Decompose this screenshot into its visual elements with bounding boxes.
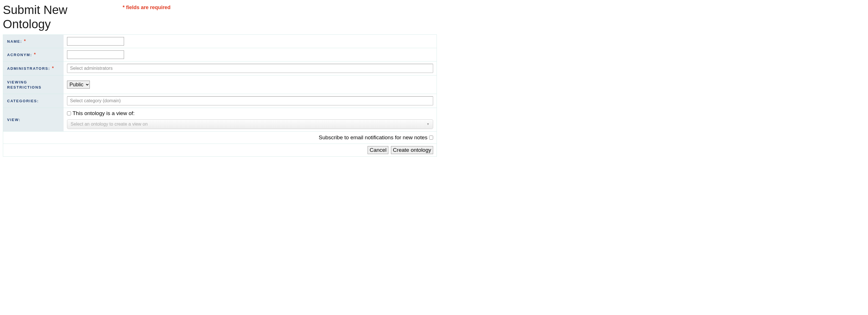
view-label: VIEW: (7, 118, 21, 122)
administrators-row: ADMINISTRATORS: * Select administrators (3, 61, 437, 75)
view-ontology-placeholder: Select an ontology to create a view on (71, 121, 148, 127)
name-label: NAME: (7, 39, 22, 43)
subscribe-checkbox[interactable] (429, 136, 433, 140)
view-ontology-select[interactable]: Select an ontology to create a view on ▼ (67, 119, 433, 129)
viewing-restrictions-row: VIEWING RESTRICTIONS Public (3, 75, 437, 94)
subscribe-label: Subscribe to email notifications for new… (319, 134, 428, 141)
required-fields-note: * fields are required (123, 5, 170, 10)
acronym-row: ACRONYM: * (3, 48, 437, 61)
name-row: NAME: * (3, 34, 437, 48)
administrators-label: ADMINISTRATORS: (7, 66, 50, 71)
button-row: Cancel Create ontology (3, 144, 437, 156)
ontology-form-table: NAME: * ACRONYM: * ADMINISTRATORS: * Sel… (3, 34, 437, 156)
cancel-button[interactable]: Cancel (368, 146, 389, 154)
create-ontology-button[interactable]: Create ontology (391, 146, 433, 154)
categories-label: CATEGORIES: (7, 99, 39, 103)
chevron-down-icon: ▼ (427, 123, 429, 126)
viewing-restrictions-label: VIEWING RESTRICTIONS (7, 80, 42, 90)
page-title: Submit New Ontology (3, 3, 117, 32)
categories-select[interactable]: Select category (domain) (67, 96, 433, 105)
view-checkbox-label: This ontology is a view of: (73, 110, 135, 116)
viewing-restrictions-select[interactable]: Public (67, 81, 90, 89)
view-checkbox[interactable] (67, 111, 71, 115)
required-asterisk-icon: * (34, 52, 36, 57)
categories-row: CATEGORIES: Select category (domain) (3, 94, 437, 108)
acronym-input[interactable] (67, 50, 124, 59)
required-asterisk-icon: * (24, 39, 26, 43)
acronym-label: ACRONYM: (7, 53, 32, 57)
subscribe-row: Subscribe to email notifications for new… (3, 131, 437, 144)
required-asterisk-icon: * (52, 66, 54, 71)
view-row: VIEW: This ontology is a view of: Select… (3, 108, 437, 131)
name-input[interactable] (67, 37, 124, 45)
administrators-select[interactable]: Select administrators (67, 64, 433, 73)
